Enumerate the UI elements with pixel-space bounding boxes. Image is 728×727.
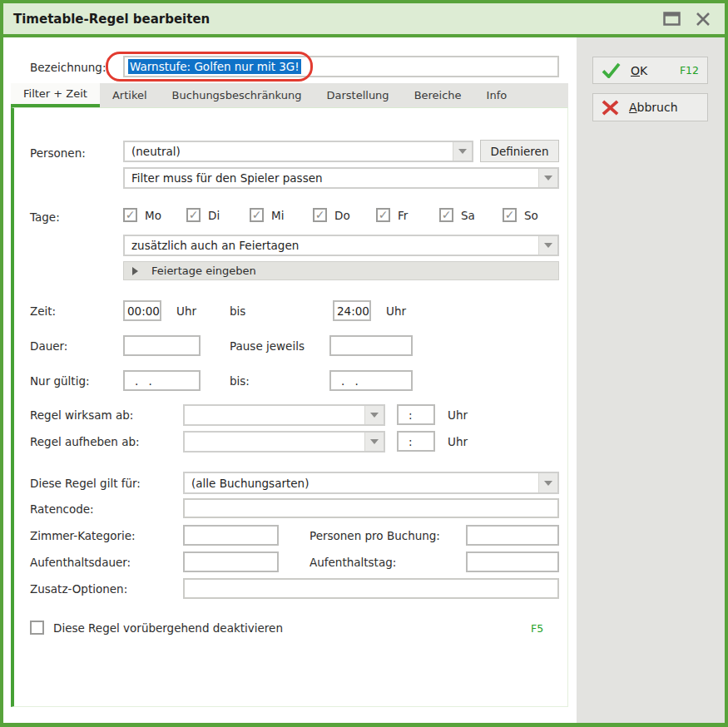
personen-label: Personen: — [30, 146, 86, 160]
tab-filter-zeit[interactable]: Filter + Zeit — [11, 83, 100, 107]
zusatz-optionen-label: Zusatz-Optionen: — [30, 582, 127, 596]
deaktivieren-hotkey: F5 — [531, 622, 543, 635]
ratencode-label: Ratencode: — [30, 502, 94, 516]
dialog-window: Timetable-Regel bearbeiten OK F12 Abbruc… — [0, 0, 728, 727]
regel-aufheben-label: Regel aufheben ab: — [30, 435, 140, 448]
check-icon — [602, 62, 621, 78]
dauer-label: Dauer: — [30, 339, 67, 353]
checkbox-checked-icon — [439, 208, 453, 222]
day-checkbox-sa[interactable]: Sa — [439, 208, 475, 222]
regel-wirksam-label: Regel wirksam ab: — [30, 408, 133, 422]
uhr-label: Uhr — [386, 304, 406, 318]
zeit-von-input[interactable]: 00:00 — [123, 300, 161, 321]
wirksam-time-input[interactable]: : — [397, 404, 435, 425]
ratencode-input[interactable] — [183, 498, 559, 518]
triangle-right-icon — [132, 267, 138, 275]
bezeichnung-label: Bezeichnung: — [30, 61, 106, 74]
tab-artikel[interactable]: Artikel — [100, 83, 160, 107]
action-panel: OK F12 Abbruch — [577, 37, 725, 723]
uhr-label: Uhr — [176, 304, 196, 318]
close-icon[interactable] — [693, 10, 713, 28]
nur-gueltig-label: Nur gültig: — [30, 374, 90, 388]
feiertage-dropdown[interactable]: zusätzlich auch an Feiertagen — [123, 235, 559, 256]
chevron-down-icon[interactable] — [538, 236, 557, 255]
chevron-down-icon[interactable] — [453, 142, 472, 161]
personen-dropdown[interactable]: (neutral) — [123, 141, 473, 162]
checkbox-unchecked-icon — [30, 621, 44, 635]
aufenthaltsdauer-input[interactable] — [183, 551, 279, 572]
bis-label: bis — [230, 304, 245, 318]
deaktivieren-checkbox[interactable]: Diese Regel vorübergehend deaktivieren — [30, 621, 283, 635]
ok-button[interactable]: OK F12 — [592, 57, 708, 84]
selected-text: Warnstufe: Golfen nur mit 3G! — [128, 59, 301, 74]
aufenthaltstag-label: Aufenthaltstag: — [310, 556, 396, 569]
aufheben-dropdown[interactable] — [183, 431, 385, 453]
day-checkbox-di[interactable]: Di — [186, 208, 220, 222]
window-title: Timetable-Regel bearbeiten — [3, 12, 210, 27]
chevron-down-icon[interactable] — [364, 406, 384, 424]
aufenthaltsdauer-label: Aufenthaltsdauer: — [30, 556, 131, 569]
window-controls — [661, 10, 725, 28]
x-icon — [602, 100, 619, 116]
tab-buchungsbeschraenkung[interactable]: Buchungsbeschränkung — [160, 83, 314, 107]
gueltig-bis-input[interactable]: . . — [329, 370, 413, 391]
dauer-input[interactable] — [123, 335, 201, 356]
ok-button-label: OK — [631, 64, 647, 77]
buchungsarten-dropdown[interactable]: (alle Buchungsarten) — [183, 472, 559, 494]
maximize-icon[interactable] — [661, 10, 681, 28]
day-checkbox-fr[interactable]: Fr — [376, 208, 408, 222]
uhr-label: Uhr — [448, 408, 468, 422]
uhr-label: Uhr — [448, 435, 468, 448]
title-bar: Timetable-Regel bearbeiten — [3, 3, 725, 37]
checkbox-checked-icon — [503, 208, 517, 222]
tage-label: Tage: — [30, 210, 60, 224]
tab-bereiche[interactable]: Bereiche — [402, 83, 474, 107]
checkbox-checked-icon — [313, 208, 327, 222]
gueltig-von-input[interactable]: . . — [123, 370, 201, 391]
abbruch-button-label: Abbruch — [629, 101, 678, 114]
tab-bar: Filter + Zeit Artikel Buchungsbeschränku… — [11, 83, 568, 107]
aufheben-time-input[interactable]: : — [397, 431, 435, 452]
definieren-button[interactable]: Definieren — [480, 140, 559, 162]
pause-jeweils-label: Pause jeweils — [230, 339, 305, 353]
abbruch-button[interactable]: Abbruch — [592, 93, 708, 121]
checkbox-checked-icon — [123, 208, 137, 222]
checkbox-checked-icon — [250, 208, 264, 222]
feiertage-expander[interactable]: Feiertage eingeben — [123, 261, 559, 280]
gilt-fuer-label: Diese Regel gilt für: — [30, 477, 141, 490]
checkbox-checked-icon — [186, 208, 201, 222]
day-checkbox-mi[interactable]: Mi — [250, 208, 284, 222]
zeit-label: Zeit: — [30, 304, 56, 318]
zusatz-optionen-input[interactable] — [183, 578, 559, 599]
day-checkbox-mo[interactable]: Mo — [123, 208, 161, 222]
tab-info[interactable]: Info — [474, 83, 520, 107]
tab-darstellung[interactable]: Darstellung — [314, 83, 401, 107]
day-checkbox-do[interactable]: Do — [313, 208, 350, 222]
wirksam-dropdown[interactable] — [183, 404, 385, 426]
pause-input[interactable] — [329, 335, 413, 356]
zeit-bis-input[interactable]: 24:00 — [333, 300, 371, 321]
day-checkbox-so[interactable]: So — [503, 208, 538, 222]
chevron-down-icon[interactable] — [364, 433, 384, 451]
chevron-down-icon[interactable] — [538, 169, 557, 187]
zimmer-kategorie-input[interactable] — [183, 525, 279, 546]
bezeichnung-input[interactable]: Warnstufe: Golfen nur mit 3G! — [123, 56, 559, 77]
personen-pro-buchung-input[interactable] — [466, 525, 559, 546]
ok-hotkey: F12 — [680, 64, 699, 77]
bis-label: bis: — [230, 374, 250, 388]
chevron-down-icon[interactable] — [538, 473, 557, 492]
personen-pro-buchung-label: Personen pro Buchung: — [310, 529, 440, 542]
aufenthaltstag-input[interactable] — [466, 551, 559, 572]
zimmer-kategorie-label: Zimmer-Kategorie: — [30, 529, 136, 542]
checkbox-checked-icon — [376, 208, 390, 222]
personen-filter-dropdown[interactable]: Filter muss für den Spieler passen — [123, 167, 559, 189]
